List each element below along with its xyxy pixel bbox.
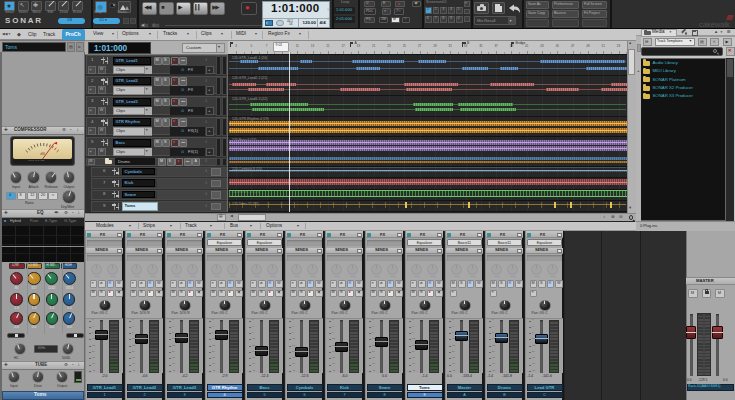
svg-text:dB: dB — [40, 151, 45, 156]
